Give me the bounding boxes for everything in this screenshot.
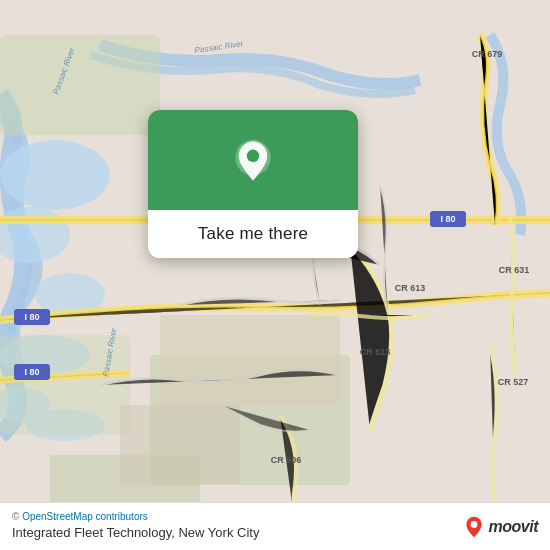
svg-point-1 [0, 140, 110, 210]
svg-text:I 80: I 80 [440, 214, 455, 224]
svg-text:CR 506: CR 506 [271, 455, 302, 465]
svg-text:CR 613: CR 613 [395, 283, 426, 293]
svg-rect-11 [160, 315, 340, 405]
svg-text:CR 679: CR 679 [472, 49, 503, 59]
take-me-there-button[interactable]: Take me there [148, 210, 358, 258]
popup-card: Take me there [148, 110, 358, 258]
svg-rect-7 [0, 35, 160, 135]
osm-copyright-symbol: © [12, 511, 19, 522]
svg-text:I 80: I 80 [24, 367, 39, 377]
osm-attribution: © OpenStreetMap contributors [12, 511, 538, 522]
svg-text:CR 613: CR 613 [360, 347, 391, 357]
moovit-logo: moovit [463, 516, 538, 538]
map-background: I 80 I 80 I 80 CR 679 CR 613 CR 613 CR 6… [0, 0, 550, 550]
svg-text:CR 631: CR 631 [499, 265, 530, 275]
osm-link[interactable]: OpenStreetMap contributors [22, 511, 148, 522]
svg-text:I 80: I 80 [24, 312, 39, 322]
svg-point-33 [470, 521, 477, 528]
moovit-pin-icon [463, 516, 485, 538]
location-pin-icon [229, 138, 277, 186]
svg-rect-12 [120, 405, 240, 485]
place-name: Integrated Fleet Technology, New York Ci… [12, 525, 538, 540]
moovit-text: moovit [489, 518, 538, 536]
svg-text:CR 527: CR 527 [498, 377, 529, 387]
map-container: I 80 I 80 I 80 CR 679 CR 613 CR 613 CR 6… [0, 0, 550, 550]
svg-point-32 [247, 150, 259, 162]
popup-green-area [148, 110, 358, 210]
